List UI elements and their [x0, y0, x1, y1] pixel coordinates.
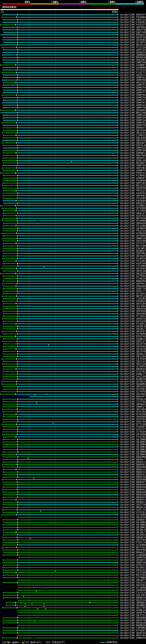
hit-label[interactable]: UniRef100_Q9M7G5: [120, 146, 146, 149]
hit-label[interactable]: UniRef100_C5YXM4: [120, 264, 146, 267]
hit-label[interactable]: UniRef100_B0ZC08: [120, 111, 146, 114]
hit-label[interactable]: UniRef100_Q41539: [120, 375, 146, 378]
hit-label[interactable]: UniRef100_A9NLC7: [120, 372, 146, 375]
hit-label[interactable]: UniRef100_B9HQZ1: [120, 551, 146, 554]
hit-label[interactable]: UniRef100_Q9FPM1: [120, 252, 146, 254]
hit-label[interactable]: UniRef100_Q9SBT5: [120, 558, 146, 561]
hit-label[interactable]: UniRef100_Q8W427: [120, 405, 146, 408]
hit-label[interactable]: UniRef100_Q6R8K3: [120, 601, 146, 604]
hit-label[interactable]: UniRef100_Q9M7F9: [120, 124, 146, 126]
hit-label[interactable]: UniRef100_Q9M7G9: [120, 116, 146, 119]
hit-label[interactable]: UniRef100_Q9LEB2: [120, 58, 146, 61]
hit-label[interactable]: UniRef100_Q7X9F6: [120, 365, 146, 368]
hit-label[interactable]: UniRef100_B8QVK2: [120, 463, 146, 466]
hit-label[interactable]: UniRef100_Q42515: [120, 581, 146, 584]
hit-label[interactable]: UniRef100_O81145: [120, 360, 146, 362]
hit-label[interactable]: UniRef100_Q6SPQ7: [120, 330, 146, 332]
hit-label[interactable]: UniRef100_B9HQY7: [120, 126, 146, 129]
hit-label[interactable]: UniRef100_Q8VXF0: [120, 139, 146, 142]
hit-label[interactable]: UniRef100_Q9M7H1: [120, 121, 146, 124]
hit-label[interactable]: UniRef100_B8YPL6: [120, 295, 146, 297]
hit-label[interactable]: UniRef100_A7R0S0: [120, 232, 146, 234]
hit-label[interactable]: UniRef100_Q7X9F4: [120, 380, 146, 383]
hit-label[interactable]: UniRef100_C5YZL4: [120, 591, 146, 594]
hit-label[interactable]: UniRef100_Q9FRV0: [120, 310, 146, 312]
hit-label[interactable]: UniRef100_UPI000..: [120, 513, 146, 516]
hit-label[interactable]: UniRef100_B1B6T0: [120, 378, 146, 380]
hit-label[interactable]: UniRef100_Q6T484: [120, 408, 146, 410]
hit-label[interactable]: UniRef100_Q43853: [120, 534, 146, 536]
hit-label[interactable]: UniRef100_Q42878: [120, 348, 146, 350]
hit-label[interactable]: UniRef100_P11955: [120, 315, 146, 317]
hit-label[interactable]: UniRef100_Q6JBN5: [120, 440, 146, 443]
hit-label[interactable]: UniRef100_Q8W428: [120, 237, 146, 240]
hit-label[interactable]: UniRef100_Q5RLX9: [120, 159, 146, 162]
hit-label[interactable]: UniRef100_Q42995: [120, 393, 146, 395]
hit-label[interactable]: UniRef100_Q38777: [120, 290, 146, 292]
hit-label[interactable]: UniRef100_Q9M7H7: [120, 101, 146, 104]
hit-label[interactable]: UniRef100_B8QVI1: [120, 473, 146, 476]
hit-label[interactable]: UniRef100_Q43184: [120, 302, 146, 305]
hit-label[interactable]: UniRef100_Q9SPT8: [120, 619, 146, 622]
hit-label[interactable]: UniRef100_P21226: [120, 46, 146, 48]
hit-label[interactable]: UniRef100_B8QVG3: [120, 496, 146, 498]
hit-label[interactable]: UniRef100_Q7X9F5: [120, 41, 146, 44]
hit-label[interactable]: UniRef100_A5AT01: [120, 192, 146, 194]
hit-label[interactable]: UniRef100_Q4Z8L8: [120, 325, 146, 327]
hit-label[interactable]: UniRef100_O80404: [120, 222, 146, 224]
hit-label[interactable]: UniRef100_B8QVH4: [120, 486, 146, 488]
hit-label[interactable]: UniRef100_B8XR33: [120, 368, 146, 370]
hit-label[interactable]: UniRef100_Q949H3: [120, 109, 146, 111]
hit-label[interactable]: UniRef100_B2DD07: [120, 250, 146, 252]
hit-label[interactable]: UniRef100_B8QVL7: [120, 458, 146, 460]
hit-label[interactable]: UniRef100_Q40667: [120, 518, 146, 521]
hit-label[interactable]: UniRef100_B8QVL5: [120, 460, 146, 463]
hit-label[interactable]: UniRef100_Q9FXL8: [120, 144, 146, 146]
hit-label[interactable]: UniRef100_A7UC81: [120, 511, 146, 513]
hit-label[interactable]: UniRef100_Q43322: [120, 568, 146, 571]
hit-label[interactable]: UniRef100_Q9M7G6: [120, 114, 146, 116]
hit-label[interactable]: UniRef100_Q6JBM3: [120, 524, 146, 526]
hit-label[interactable]: UniRef100_P06215: [120, 18, 146, 21]
hit-label[interactable]: UniRef100_P23951: [120, 322, 146, 325]
hit-label[interactable]: UniRef100_B8QVH8: [120, 478, 146, 481]
hit-label[interactable]: UniRef100_Q9ZP10: [120, 36, 146, 38]
hit-label[interactable]: UniRef100_P93154: [120, 229, 146, 232]
hit-label[interactable]: UniRef100_P93327: [120, 23, 146, 26]
hit-label[interactable]: UniRef100_P36361: [120, 21, 146, 23]
hit-label[interactable]: UniRef100_Q403K0: [120, 415, 146, 418]
hit-label[interactable]: UniRef100_Q6IVX8: [120, 350, 146, 352]
hit-label[interactable]: UniRef100_Q6AT95: [120, 632, 146, 634]
hit-label[interactable]: UniRef100_Q8MD06: [120, 54, 146, 56]
hit-label[interactable]: UniRef100_B8QVK0: [120, 466, 146, 468]
hit-label[interactable]: UniRef100_C6JSV0: [120, 358, 146, 360]
hit-label[interactable]: UniRef100_Q6JBM1: [120, 526, 146, 528]
hit-label[interactable]: UniRef100_B9H1P7: [120, 13, 146, 16]
hit-label[interactable]: UniRef100_P24091: [120, 174, 146, 176]
hit-label[interactable]: UniRef100_Q9LE03: [120, 594, 146, 596]
hit-label[interactable]: UniRef100_B3VFX0: [120, 335, 146, 338]
hit-label[interactable]: UniRef100_Q6JBM5: [120, 521, 146, 524]
hit-label[interactable]: UniRef100_P25765: [120, 436, 146, 438]
hit-label[interactable]: UniRef100_Q9FRV1: [120, 282, 146, 285]
hit-label[interactable]: UniRef100_P93680: [120, 179, 146, 182]
hit-label[interactable]: UniRef100_Q9SXJ1: [120, 74, 146, 76]
hit-label[interactable]: UniRef100_Q9ZWS3: [120, 300, 146, 302]
hit-label[interactable]: UniRef100_Q9AXR9: [120, 312, 146, 315]
hit-label[interactable]: UniRef100_Q9ZTK4: [120, 538, 146, 541]
hit-label[interactable]: UniRef100_B8QVI2: [120, 470, 146, 473]
hit-label[interactable]: UniRef100_P94084: [120, 16, 146, 18]
hit-label[interactable]: UniRef100_B6UYK7: [120, 395, 146, 398]
hit-label[interactable]: UniRef100_Q9M7G8: [120, 561, 146, 564]
hit-label[interactable]: UniRef100_B9VRK7: [120, 162, 146, 164]
hit-label[interactable]: UniRef100_Q9XFK6: [120, 345, 146, 348]
hit-label[interactable]: UniRef100_Q9SQL3: [120, 352, 146, 355]
hit-label[interactable]: UniRef100_P52404: [120, 209, 146, 212]
hit-label[interactable]: UniRef100_B9GTA5: [120, 634, 146, 636]
hit-label[interactable]: UniRef100_B9VQ31: [120, 202, 146, 204]
hit-label[interactable]: UniRef100_UPI000..: [120, 207, 146, 209]
hit-label[interactable]: UniRef100_B9RN36: [120, 624, 146, 626]
hit-label[interactable]: UniRef100_P85084: [120, 199, 146, 202]
hit-label[interactable]: UniRef100_B6TR38: [120, 217, 146, 219]
hit-label[interactable]: UniRef100_Q9M7G1: [120, 76, 146, 78]
